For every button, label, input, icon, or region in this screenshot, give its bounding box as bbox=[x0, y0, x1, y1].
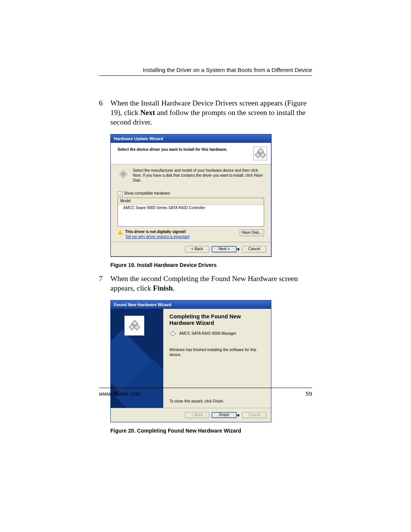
device-small-icon bbox=[169, 330, 176, 337]
back-button: < Back bbox=[185, 412, 209, 419]
finish-button[interactable]: Finish bbox=[212, 412, 237, 419]
figure-20: Found New Hardware Wizard bbox=[110, 300, 312, 423]
step-6: 6 When the Install Hardware Device Drive… bbox=[99, 99, 312, 127]
warning-text: This driver is not digitally signed! bbox=[125, 230, 190, 235]
wizard1-instruction: Select the manufacturer and model of you… bbox=[118, 168, 264, 183]
close-hint-text: To close this wizard, click Finish. bbox=[169, 399, 265, 406]
model-list-header: Model bbox=[118, 198, 264, 205]
device-row: AMCC SATA RAID 9000 Manager bbox=[169, 330, 265, 337]
warning-icon bbox=[118, 230, 123, 235]
running-head: Installing the Driver on a System that B… bbox=[99, 67, 312, 76]
model-list-item[interactable]: AMCC 3ware 9000 Series SATA RAID Control… bbox=[118, 205, 264, 211]
have-disk-button[interactable]: Have Disk... bbox=[240, 230, 264, 236]
wizard1-titlebar: Hardware Update Wizard bbox=[111, 134, 271, 143]
signing-warning: This driver is not digitally signed! Tel… bbox=[118, 230, 190, 240]
step-7-number: 7 bbox=[99, 274, 110, 293]
step-7: 7 When the second Completing the Found N… bbox=[99, 274, 312, 293]
device-name-text: AMCC SATA RAID 9000 Manager bbox=[179, 331, 236, 336]
found-new-hardware-wizard: Found New Hardware Wizard bbox=[110, 300, 271, 423]
wizard1-header: Select the device driver you want to ins… bbox=[111, 143, 271, 165]
page-footer: www.3ware.com 59 bbox=[99, 388, 312, 397]
step-6-number: 6 bbox=[99, 99, 110, 127]
step-7-bold: Finish bbox=[153, 284, 173, 292]
wizard1-header-text: Select the device driver you want to ins… bbox=[118, 147, 253, 160]
show-compatible-label: Show compatible hardware bbox=[124, 191, 170, 196]
show-compatible-checkbox[interactable]: ✓ Show compatible hardware bbox=[118, 191, 264, 196]
wizard1-button-bar: < Back Next > Cancel bbox=[111, 242, 271, 256]
wizard2-titlebar: Found New Hardware Wizard bbox=[111, 300, 271, 309]
wizard2-heading: Completing the Found New Hardware Wizard bbox=[169, 313, 265, 327]
svg-rect-2 bbox=[170, 331, 175, 336]
device-icon bbox=[253, 147, 267, 160]
wizard1-instruction-text: Select the manufacturer and model of you… bbox=[133, 168, 264, 183]
signing-info-link[interactable]: Tell me why driver signing is important bbox=[125, 235, 190, 240]
figure-19-caption: Figure 19. Install Hardware Device Drive… bbox=[110, 262, 312, 269]
figure-19: Hardware Update Wizard Select the device… bbox=[110, 134, 312, 257]
chip-icon bbox=[118, 168, 129, 180]
footer-url: www.3ware.com bbox=[99, 390, 140, 397]
step-7-text-b: . bbox=[173, 284, 175, 292]
figure-20-caption: Figure 20. Completing Found New Hardware… bbox=[110, 428, 312, 435]
page-number: 59 bbox=[306, 390, 312, 397]
back-button[interactable]: < Back bbox=[185, 246, 209, 252]
checkbox-checked-icon: ✓ bbox=[118, 191, 123, 196]
wizard2-button-bar: < Back Finish Cancel bbox=[111, 408, 271, 422]
step-7-text: When the second Completing the Found New… bbox=[110, 274, 312, 293]
step-7-text-a: When the second Completing the Found New… bbox=[110, 275, 298, 292]
cancel-button[interactable]: Cancel bbox=[242, 246, 266, 252]
hardware-update-wizard: Hardware Update Wizard Select the device… bbox=[110, 134, 271, 257]
device-icon bbox=[124, 316, 144, 335]
finished-text: Windows has finished installing the soft… bbox=[169, 348, 265, 358]
model-listbox[interactable]: Model AMCC 3ware 9000 Series SATA RAID C… bbox=[118, 198, 264, 227]
next-button[interactable]: Next > bbox=[212, 246, 237, 252]
step-6-bold: Next bbox=[140, 109, 155, 117]
cancel-button: Cancel bbox=[242, 412, 266, 419]
step-6-text: When the Install Hardware Device Drivers… bbox=[110, 99, 312, 127]
